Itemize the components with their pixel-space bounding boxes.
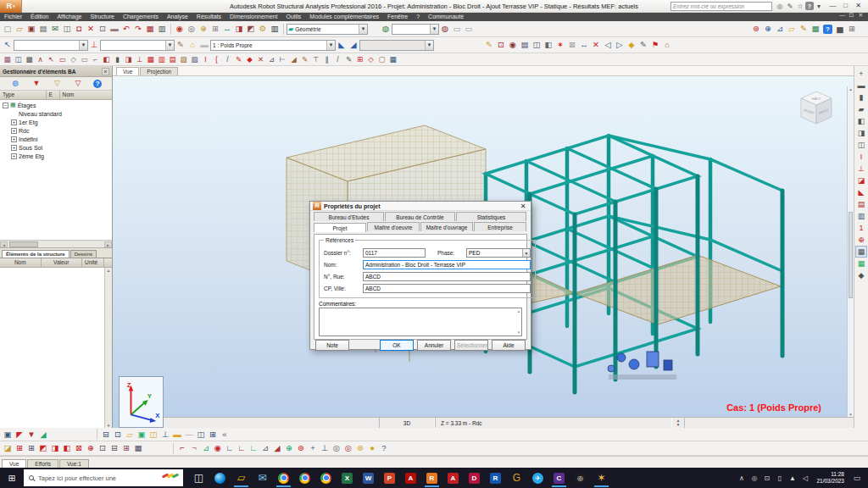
structure-toolbar-icon[interactable]: / — [332, 54, 343, 64]
display-toolbar-icon[interactable]: ▣ — [2, 429, 14, 441]
menu-item[interactable]: Chargements — [119, 13, 163, 21]
display-toolbar-icon[interactable]: ◤ — [14, 429, 25, 441]
bar-icon[interactable]: ▬ — [855, 80, 867, 92]
attributes-toolbar-icon[interactable]: ◎ — [342, 442, 354, 454]
viewport-scrollbar[interactable]: ▴ ▾ — [847, 86, 854, 417]
lock-icon[interactable]: ◉ — [174, 23, 186, 35]
dialog-tab[interactable]: Statistiques — [456, 212, 526, 221]
column-e[interactable]: E — [47, 91, 60, 99]
structure-toolbar-icon[interactable]: ∧ — [35, 54, 46, 64]
search-binoculars-icon[interactable]: ◎ — [775, 1, 785, 11]
filter-a-icon[interactable]: ▭ — [451, 23, 463, 35]
scrollbar-thumb[interactable] — [9, 241, 38, 247]
paste-icon[interactable]: ▬ — [108, 23, 120, 35]
taskbar-search-input[interactable]: Tapez ici pour effectuer une — [24, 469, 183, 486]
tree-item-sous-sol[interactable]: +Sous Sol — [0, 143, 112, 152]
menu-item[interactable]: Fichier — [0, 13, 26, 21]
display-toolbar-icon[interactable]: ▱ — [124, 429, 136, 441]
edit-pencil-icon[interactable]: ✎ — [798, 23, 810, 35]
edge-icon[interactable] — [209, 469, 231, 487]
zoom-window-icon[interactable]: ⊞ — [209, 23, 221, 35]
structure-toolbar-icon[interactable]: ▩ — [24, 54, 35, 64]
structure-toolbar-icon[interactable]: ▦ — [2, 54, 13, 64]
rocket-icon[interactable]: ✶ — [591, 469, 612, 487]
storey-icon[interactable]: ▥ — [855, 210, 867, 222]
attributes-toolbar-icon[interactable]: ⊟ — [108, 442, 120, 454]
window-control-icon[interactable]: □ — [839, 0, 852, 12]
app-c-icon[interactable]: C — [548, 469, 570, 487]
release-icon[interactable]: ◣ — [855, 186, 867, 198]
edit-toolbar-icon[interactable]: ⊠ — [566, 39, 578, 51]
tree-expand-icon[interactable]: + — [11, 153, 17, 159]
edit-toolbar-icon[interactable]: ◁ — [602, 39, 614, 51]
scroll-up-icon[interactable]: ▲ — [517, 309, 520, 313]
note-button[interactable]: Note — [315, 340, 349, 351]
attributes-toolbar-icon[interactable]: ⊕ — [283, 442, 295, 454]
tree-expand-icon[interactable]: + — [11, 119, 17, 125]
menu-item[interactable]: Analyse — [163, 13, 192, 21]
help-button[interactable]: Aide — [492, 340, 526, 351]
screen-icon[interactable]: ▥ — [269, 23, 281, 35]
mdi-control-icon[interactable]: — — [837, 11, 847, 23]
tree-expand-icon[interactable]: + — [11, 145, 17, 151]
panel-icon[interactable]: ◧ — [855, 115, 867, 127]
structure-toolbar-icon[interactable]: ∥ — [321, 54, 332, 64]
structure-toolbar-icon[interactable]: ▦ — [145, 54, 156, 64]
offset-icon[interactable]: ◪ — [855, 175, 867, 186]
column-type[interactable]: Type — [0, 91, 47, 99]
attributes-toolbar-icon[interactable]: ● — [366, 442, 378, 454]
help-search-input[interactable]: Entrez mot-cié ou expression — [670, 2, 772, 11]
structure-toolbar-icon[interactable]: ▭ — [79, 54, 90, 64]
structure-toolbar-icon[interactable]: ◢ — [288, 54, 299, 64]
autocad-icon[interactable]: A — [442, 469, 464, 487]
window-tab[interactable]: Vue:1 — [59, 459, 89, 468]
redo-icon[interactable]: ↷ — [132, 23, 144, 35]
window-control-icon[interactable]: — — [826, 0, 839, 12]
volume-icon[interactable]: ◁ — [798, 474, 811, 482]
structure-toolbar-icon[interactable]: ▦ — [387, 54, 398, 64]
display-toolbar-icon[interactable]: — — [183, 429, 195, 441]
print-icon[interactable]: ▤ — [37, 23, 49, 35]
structure-toolbar-icon[interactable]: ▢ — [376, 54, 387, 64]
attributes-toolbar-icon[interactable]: ◨ — [49, 442, 61, 454]
mdi-control-icon[interactable]: ⊡ — [847, 11, 856, 23]
scroll-right-icon[interactable]: ▸ — [104, 241, 112, 247]
tree-collapse-icon[interactable]: − — [3, 103, 8, 108]
structure-toolbar-icon[interactable]: ⊢ — [277, 54, 288, 64]
attributes-toolbar-icon[interactable]: ⊿ — [200, 442, 212, 454]
grid-icon[interactable]: ⊞ — [846, 23, 858, 35]
structure-toolbar-icon[interactable]: ◧ — [101, 54, 112, 64]
structure-toolbar-icon[interactable]: I — [200, 54, 211, 64]
node-selection-combo[interactable]: ▼ — [14, 40, 88, 51]
explorer-icon[interactable]: ▱ — [231, 469, 252, 487]
display-toolbar-icon[interactable]: ⊡ — [112, 429, 124, 441]
support-icon[interactable]: ⊥ — [855, 163, 867, 175]
link-icon[interactable]: ⊕ — [855, 234, 867, 246]
column-unite[interactable]: Unité — [82, 258, 104, 267]
cancel-button[interactable]: Annuler — [417, 340, 451, 351]
structure-toolbar-icon[interactable]: ✎ — [233, 54, 244, 64]
level-stepper[interactable]: ▲▼ — [672, 419, 684, 427]
plane-a-icon[interactable]: ◣ — [336, 39, 348, 51]
attributes-toolbar-icon[interactable]: ∟ — [236, 442, 248, 454]
attributes-toolbar-icon[interactable]: ⊠ — [73, 442, 85, 454]
filter-b-icon[interactable]: ▭ — [463, 23, 475, 35]
ghost-icon[interactable]: ▬ — [198, 39, 210, 51]
close-icon[interactable]: ✕ — [102, 68, 109, 75]
vertical-scrollbar[interactable]: ▴▾ — [104, 268, 112, 428]
search-subscribe-icon[interactable]: ✎ — [785, 1, 795, 11]
menu-item[interactable]: ? — [412, 13, 424, 21]
help-icon[interactable]: ? — [823, 25, 832, 34]
structure-toolbar-icon[interactable]: ▭ — [57, 54, 68, 64]
window-tab[interactable]: Vue — [2, 459, 26, 468]
edit-toolbar-icon[interactable]: ✎ — [637, 39, 649, 51]
structure-toolbar-icon[interactable]: ▮ — [112, 54, 123, 64]
filter-red-icon[interactable]: ▼ — [31, 78, 42, 89]
tree-item-etages[interactable]: − ▦ Étages — [0, 101, 112, 109]
attributes-toolbar-icon[interactable]: ◧ — [61, 442, 73, 454]
level-icon[interactable]: ⊥ — [88, 39, 100, 51]
structure-toolbar-icon[interactable]: ✎ — [299, 54, 310, 64]
edit-toolbar-icon[interactable]: ⌂ — [661, 39, 673, 51]
opening-icon[interactable]: ◫ — [855, 139, 867, 151]
scroll-left-icon[interactable]: ◂ — [0, 241, 8, 247]
